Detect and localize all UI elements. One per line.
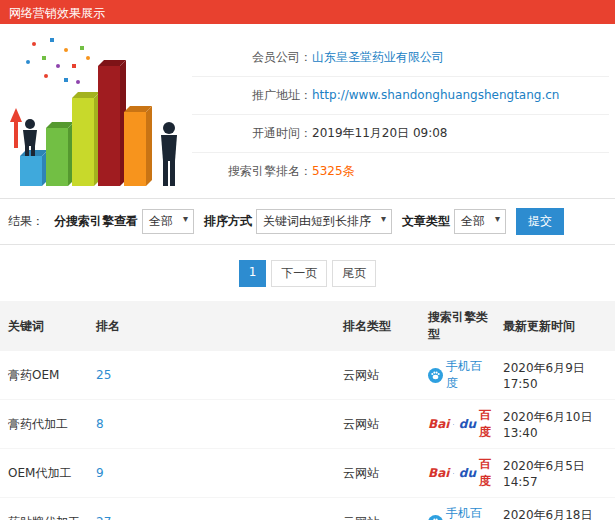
info-row-url: 推广地址： http://www.shandonghuangshengtang.…	[192, 77, 609, 115]
baidu-logo-cn: 百度	[479, 407, 491, 441]
sort-filter-group: 排序方式 关键词由短到长排序	[204, 209, 392, 234]
col-rank-type: 排名类型	[335, 301, 420, 351]
rank-type-cell: 云网站	[335, 351, 420, 400]
rank-link[interactable]: 27	[88, 498, 335, 520]
mobile-baidu-label: 手机百度	[446, 505, 491, 520]
engine-filter-group: 分搜索引擎查看 全部	[54, 209, 194, 234]
mobile-baidu-icon	[428, 515, 443, 520]
info-row-company: 会员公司： 山东皇圣堂药业有限公司	[192, 39, 609, 77]
company-label: 会员公司：	[192, 49, 312, 66]
mobile-baidu-icon	[428, 368, 443, 383]
type-filter-label: 文章类型	[402, 213, 450, 230]
baidu-paw-icon	[453, 419, 455, 430]
keyword-cell: OEM代加工	[0, 449, 88, 498]
promo-url-label: 推广地址：	[192, 87, 312, 104]
engine-filter-label: 分搜索引擎查看	[54, 213, 138, 230]
app-header: 网络营销效果展示	[0, 0, 615, 24]
updated-cell: 2020年6月10日 13:40	[495, 400, 615, 449]
table-row: 膏药代加工 8 云网站 Baidu百度 2020年6月10日 13:40	[0, 400, 615, 449]
filters-bar: 结果： 分搜索引擎查看 全部 排序方式 关键词由短到长排序 文章类型 全部 提交	[0, 198, 615, 245]
updated-cell: 2020年6月18日 10:25	[495, 498, 615, 520]
type-select[interactable]: 全部	[454, 209, 506, 234]
marketing-illustration	[6, 30, 192, 198]
company-link[interactable]: 山东皇圣堂药业有限公司	[312, 50, 444, 64]
rank-count-label: 搜索引擎排名：	[192, 163, 312, 180]
col-rank: 排名	[88, 301, 335, 351]
info-row-open-time: 开通时间： 2019年11月20日 09:08	[192, 115, 609, 153]
keyword-cell: 膏药代加工	[0, 400, 88, 449]
table-row: 膏药OEM 25 云网站 手机百度 2020年6月9日 17:50	[0, 351, 615, 400]
table-header-row: 关键词 排名 排名类型 搜索引擎类型 最新更新时间	[0, 301, 615, 351]
baidu-logo-bai: Bai	[428, 417, 449, 431]
table-row: 药贴牌代加工 27 云网站 手机百度 2020年6月18日 10:25	[0, 498, 615, 520]
open-time-label: 开通时间：	[192, 125, 312, 142]
info-rows: 会员公司： 山东皇圣堂药业有限公司 推广地址： http://www.shand…	[192, 30, 615, 198]
sort-filter-label: 排序方式	[204, 213, 252, 230]
baidu-logo-du: du	[459, 466, 476, 480]
rank-type-cell: 云网站	[335, 498, 420, 520]
next-page-button[interactable]: 下一页	[271, 260, 327, 287]
pagination: 1 下一页 尾页	[0, 245, 615, 301]
updated-cell: 2020年6月5日 14:57	[495, 449, 615, 498]
col-updated: 最新更新时间	[495, 301, 615, 351]
rank-link[interactable]: 25	[88, 351, 335, 400]
submit-button[interactable]: 提交	[516, 208, 564, 235]
col-engine-type: 搜索引擎类型	[420, 301, 495, 351]
rank-type-cell: 云网站	[335, 449, 420, 498]
last-page-button[interactable]: 尾页	[332, 260, 376, 287]
type-filter-group: 文章类型 全部	[402, 209, 506, 234]
baidu-logo-cn: 百度	[479, 456, 491, 490]
keyword-cell: 药贴牌代加工	[0, 498, 88, 520]
page-title: 网络营销效果展示	[9, 6, 105, 20]
baidu-paw-icon	[453, 468, 455, 479]
info-row-rank-count: 搜索引擎排名： 5325条	[192, 153, 609, 190]
page-1-button[interactable]: 1	[239, 260, 267, 287]
result-label: 结果：	[8, 213, 44, 230]
rank-count-value: 5325条	[312, 163, 355, 180]
engine-select[interactable]: 全部	[142, 209, 194, 234]
keyword-cell: 膏药OEM	[0, 351, 88, 400]
baidu-logo-du: du	[459, 417, 476, 431]
rank-type-cell: 云网站	[335, 400, 420, 449]
info-panel: 会员公司： 山东皇圣堂药业有限公司 推广地址： http://www.shand…	[0, 24, 615, 198]
updated-cell: 2020年6月9日 17:50	[495, 351, 615, 400]
sort-select[interactable]: 关键词由短到长排序	[256, 209, 392, 234]
col-keyword: 关键词	[0, 301, 88, 351]
rank-link[interactable]: 8	[88, 400, 335, 449]
baidu-logo-bai: Bai	[428, 466, 449, 480]
promo-url-link[interactable]: http://www.shandonghuangshengtang.cn	[312, 88, 559, 102]
rank-link[interactable]: 9	[88, 449, 335, 498]
results-table: 关键词 排名 排名类型 搜索引擎类型 最新更新时间 膏药OEM 25 云网站 手…	[0, 301, 615, 520]
mobile-baidu-label: 手机百度	[446, 358, 491, 392]
open-time-value: 2019年11月20日 09:08	[312, 125, 447, 142]
table-row: OEM代加工 9 云网站 Baidu百度 2020年6月5日 14:57	[0, 449, 615, 498]
